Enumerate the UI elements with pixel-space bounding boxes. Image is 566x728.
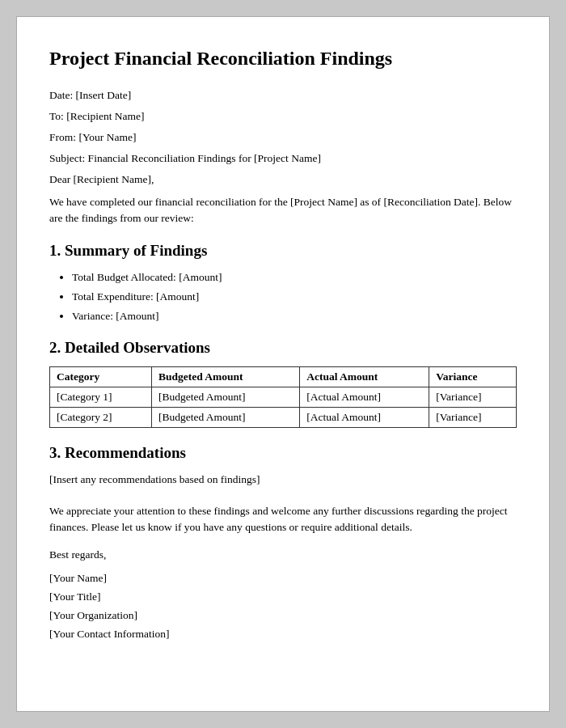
section-2: 2. Detailed Observations Category Budget… <box>49 339 517 428</box>
sig-name: [Your Name] <box>49 569 517 588</box>
col-budgeted: Budgeted Amount <box>151 367 299 387</box>
col-actual: Actual Amount <box>300 367 429 387</box>
section-3-heading: 3. Recommendations <box>49 444 517 462</box>
to-line: To: [Recipient Name] <box>49 110 517 123</box>
row1-actual: [Actual Amount] <box>300 387 429 408</box>
sig-contact: [Your Contact Information] <box>49 625 517 644</box>
bullet-budget: Total Budget Allocated: [Amount] <box>72 269 517 286</box>
document-container: Project Financial Reconciliation Finding… <box>16 16 550 712</box>
row2-category: [Category 2] <box>50 408 152 428</box>
sig-organization: [Your Organization] <box>49 607 517 625</box>
row1-variance: [Variance] <box>429 387 517 408</box>
intro-paragraph: We have completed our financial reconcil… <box>49 194 517 227</box>
section-3: 3. Recommendations [Insert any recommend… <box>49 444 517 488</box>
date-line: Date: [Insert Date] <box>49 89 517 102</box>
signature-block: [Your Name] [Your Title] [Your Organizat… <box>49 569 517 644</box>
document-title: Project Financial Reconciliation Finding… <box>49 46 517 71</box>
col-variance: Variance <box>429 367 517 387</box>
section-1: 1. Summary of Findings Total Budget Allo… <box>49 242 517 325</box>
sig-title: [Your Title] <box>49 588 517 607</box>
section-2-heading: 2. Detailed Observations <box>49 339 517 357</box>
best-regards: Best regards, <box>49 548 517 561</box>
subject-line: Subject: Financial Reconciliation Findin… <box>49 152 517 165</box>
table-row: [Category 1] [Budgeted Amount] [Actual A… <box>50 387 517 408</box>
bullet-expenditure: Total Expenditure: [Amount] <box>72 289 517 305</box>
row2-budgeted: [Budgeted Amount] <box>151 408 299 428</box>
bullet-variance: Variance: [Amount] <box>72 308 517 324</box>
dear-line: Dear [Recipient Name], <box>49 173 517 186</box>
recommendations-text: [Insert any recommendations based on fin… <box>49 472 517 488</box>
row1-budgeted: [Budgeted Amount] <box>151 387 299 408</box>
row1-category: [Category 1] <box>50 387 152 408</box>
closing-paragraph: We appreciate your attention to these fi… <box>49 503 517 536</box>
row2-actual: [Actual Amount] <box>300 408 429 428</box>
observations-table: Category Budgeted Amount Actual Amount V… <box>49 366 517 428</box>
from-line: From: [Your Name] <box>49 131 517 144</box>
section-1-heading: 1. Summary of Findings <box>49 242 517 260</box>
table-header-row: Category Budgeted Amount Actual Amount V… <box>50 367 517 387</box>
row2-variance: [Variance] <box>429 408 517 428</box>
table-row: [Category 2] [Budgeted Amount] [Actual A… <box>50 408 517 428</box>
col-category: Category <box>50 367 152 387</box>
summary-bullets: Total Budget Allocated: [Amount] Total E… <box>72 269 517 325</box>
